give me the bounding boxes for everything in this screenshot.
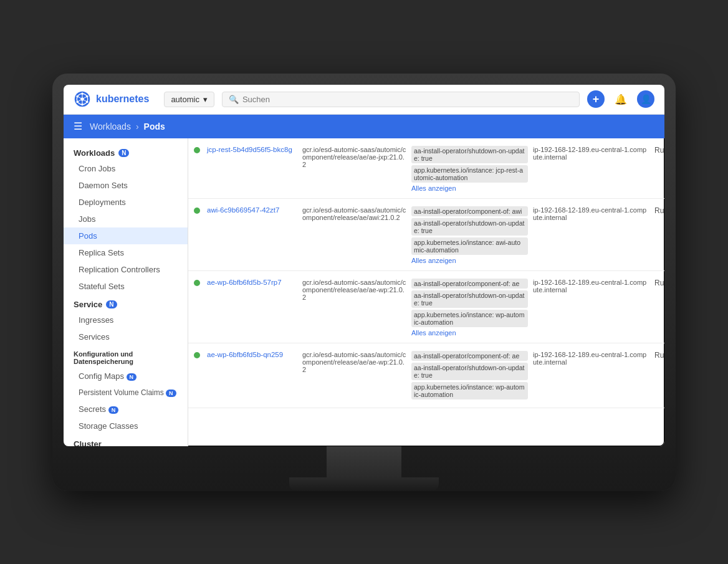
pod-labels: aa-install-operator/shutdown-on-update: … <box>411 145 533 192</box>
pods-list: jcp-rest-5b4d9d56f5-bkc8ggcr.io/esd-auto… <box>188 138 664 408</box>
svg-point-6 <box>81 103 84 106</box>
konfiguration-label: Konfiguration und Datenspeicherung <box>74 350 178 365</box>
pod-name[interactable]: awi-6c9b669547-42zt7 <box>206 205 302 214</box>
pod-show-more[interactable]: Alles anzeigen <box>411 329 456 337</box>
logo-text: kubernetes <box>96 93 149 105</box>
pod-status-dot <box>188 145 206 153</box>
pod-row: jcp-rest-5b4d9d56f5-bkc8ggcr.io/esd-auto… <box>188 138 664 199</box>
sidebar-item-deployments[interactable]: Deployments <box>64 194 188 211</box>
pod-labels: aa-install-operator/component-of: awiaa-… <box>411 205 533 264</box>
pod-node: ip-192-168-12-189.eu-central-1.compute.i… <box>533 205 654 221</box>
pod-show-more[interactable]: Alles anzeigen <box>411 184 456 192</box>
breadcrumb-separator: › <box>136 122 139 131</box>
pod-status-label: Running <box>654 145 664 155</box>
pod-image: gcr.io/esd-automic-saas/automic/componen… <box>302 277 411 301</box>
sidebar-item-config-maps[interactable]: Config Maps N <box>64 368 188 385</box>
sidebar-section-cluster: Cluster <box>64 434 188 446</box>
monitor-stand <box>64 446 664 491</box>
screen: kubernetes automic ▾ 🔍 + 🔔 👤 ☰ Workloads… <box>64 85 664 446</box>
status-dot <box>194 280 200 286</box>
sidebar-item-storage-classes[interactable]: Storage Classes <box>64 418 188 434</box>
pod-label-tag: app.kubernetes.io/instance: wp-automic-a… <box>411 310 528 327</box>
service-badge: N <box>106 300 117 308</box>
monitor-outer: kubernetes automic ▾ 🔍 + 🔔 👤 ☰ Workloads… <box>52 74 676 491</box>
sidebar: Workloads N Cron Jobs Daemon Sets Deploy… <box>64 138 188 446</box>
pod-status-label: Running <box>654 350 664 360</box>
notifications-button[interactable]: 🔔 <box>612 90 630 108</box>
sidebar-item-secrets[interactable]: Secrets N <box>64 401 188 418</box>
pod-row: ae-wp-6bfb6fd5b-57rp7gcr.io/esd-automic-… <box>188 271 664 343</box>
breadcrumb-bar: ☰ Workloads › Pods <box>64 115 664 138</box>
pod-name[interactable]: jcp-rest-5b4d9d56f5-bkc8g <box>206 145 302 153</box>
search-icon: 🔍 <box>229 95 239 104</box>
workloads-badge: N <box>118 149 129 157</box>
pod-status-dot <box>188 205 206 214</box>
breadcrumb-parent[interactable]: Workloads <box>90 122 131 131</box>
main-layout: Workloads N Cron Jobs Daemon Sets Deploy… <box>64 138 664 446</box>
pod-node: ip-192-168-12-189.eu-central-1.compute.i… <box>533 277 654 294</box>
pod-status-label: Running <box>654 277 664 287</box>
stand-neck <box>327 446 401 477</box>
service-label: Service <box>74 300 102 309</box>
pod-node: ip-192-168-12-189.eu-central-1.compute.i… <box>533 145 654 161</box>
pod-image: gcr.io/esd-automic-saas/automic/componen… <box>302 205 411 221</box>
sidebar-item-daemon-sets[interactable]: Daemon Sets <box>64 177 188 194</box>
pod-row: ae-wp-6bfb6fd5b-qn259gcr.io/esd-automic-… <box>188 343 664 408</box>
svg-point-7 <box>76 95 79 98</box>
pod-name[interactable]: ae-wp-6bfb6fd5b-57rp7 <box>206 277 302 286</box>
topbar: kubernetes automic ▾ 🔍 + 🔔 👤 <box>64 85 664 115</box>
pod-label-tag: aa-install-operator/shutdown-on-update: … <box>411 290 528 308</box>
secrets-badge: N <box>108 406 119 414</box>
pod-label-tag: aa-install-operator/component-of: ae <box>411 351 528 361</box>
search-bar: 🔍 <box>222 92 580 107</box>
cluster-label: Cluster <box>74 439 102 446</box>
pod-label-tag: app.kubernetes.io/instance: awi-automic-… <box>411 237 528 255</box>
sidebar-section-workloads: Workloads N <box>64 143 188 160</box>
pod-image: gcr.io/esd-automic-saas/automic/componen… <box>302 350 411 373</box>
pod-label-tag: aa-install-operator/component-of: awi <box>411 206 528 216</box>
pod-show-more[interactable]: Alles anzeigen <box>411 257 456 264</box>
logo: kubernetes <box>74 90 149 108</box>
pod-label-tag: aa-install-operator/shutdown-on-update: … <box>411 363 528 380</box>
sidebar-item-cron-jobs[interactable]: Cron Jobs <box>64 160 188 177</box>
sidebar-item-jobs[interactable]: Jobs <box>64 211 188 227</box>
sidebar-item-services[interactable]: Services <box>64 328 188 345</box>
svg-point-5 <box>81 93 84 95</box>
status-dot <box>194 147 200 153</box>
topbar-icons: + 🔔 👤 <box>587 90 654 108</box>
svg-point-11 <box>80 97 84 100</box>
pod-label-tag: aa-install-operator/shutdown-on-update: … <box>411 146 528 163</box>
breadcrumb-current: Pods <box>144 122 165 131</box>
svg-point-9 <box>76 101 79 103</box>
menu-icon[interactable]: ☰ <box>74 120 82 132</box>
kubernetes-logo-icon <box>74 90 91 108</box>
sidebar-section-konfiguration: Konfiguration und Datenspeicherung <box>64 345 188 368</box>
svg-point-8 <box>86 101 89 103</box>
pod-label-tag: app.kubernetes.io/instance: wp-automic-a… <box>411 382 528 399</box>
sidebar-item-pods[interactable]: Pods <box>64 227 188 244</box>
search-input[interactable] <box>242 95 573 104</box>
pod-status-dot <box>188 350 206 358</box>
content-area: jcp-rest-5b4d9d56f5-bkc8ggcr.io/esd-auto… <box>188 138 664 446</box>
sidebar-item-persistent-volume-claims[interactable]: Persistent Volume Claims N <box>64 385 188 401</box>
pod-labels: aa-install-operator/component-of: aeaa-i… <box>411 277 533 337</box>
pod-label-tag: aa-install-operator/component-of: ae <box>411 279 528 289</box>
chevron-down-icon: ▾ <box>203 95 208 104</box>
pod-row: awi-6c9b669547-42zt7gcr.io/esd-automic-s… <box>188 199 664 271</box>
sidebar-section-service: Service N <box>64 295 188 312</box>
svg-point-10 <box>86 95 89 98</box>
status-dot <box>194 208 200 214</box>
sidebar-item-replica-sets[interactable]: Replica Sets <box>64 244 188 261</box>
sidebar-item-stateful-sets[interactable]: Stateful Sets <box>64 278 188 295</box>
namespace-value: automic <box>171 95 199 104</box>
status-dot <box>194 352 200 358</box>
user-menu-button[interactable]: 👤 <box>637 90 654 108</box>
pod-status-dot <box>188 277 206 286</box>
sidebar-item-replication-controllers[interactable]: Replication Controllers <box>64 261 188 278</box>
config-maps-badge: N <box>127 373 137 381</box>
add-button[interactable]: + <box>587 90 605 108</box>
pod-status-label: Running <box>654 205 664 215</box>
pod-name[interactable]: ae-wp-6bfb6fd5b-qn259 <box>206 350 302 358</box>
namespace-selector[interactable]: automic ▾ <box>164 92 214 107</box>
sidebar-item-ingresses[interactable]: Ingresses <box>64 312 188 328</box>
